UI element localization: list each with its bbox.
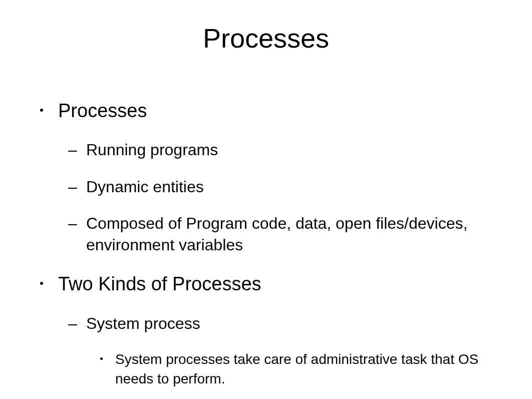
bullet-level2: Dynamic entities bbox=[68, 176, 502, 198]
bullet-text: System process bbox=[86, 314, 200, 332]
bullet-text: Composed of Program code, data, open fil… bbox=[86, 214, 467, 254]
bullet-text: Processes bbox=[58, 100, 147, 121]
bullet-level3: System processes take care of administra… bbox=[100, 349, 502, 388]
slide: Processes Processes Running programs Dyn… bbox=[0, 0, 532, 399]
bullet-level2: Running programs bbox=[68, 139, 502, 161]
bullet-text: System processes take care of administra… bbox=[115, 351, 478, 386]
bullet-level1: Two Kinds of Processes bbox=[40, 272, 502, 296]
slide-title: Processes bbox=[30, 23, 502, 54]
bullet-text: Dynamic entities bbox=[86, 178, 204, 196]
sublist: Running programs Dynamic entities Compos… bbox=[40, 139, 502, 256]
slide-content: Processes Running programs Dynamic entit… bbox=[30, 99, 502, 388]
bullet-level2: Composed of Program code, data, open fil… bbox=[68, 213, 502, 256]
sublist: System process System processes take car… bbox=[40, 313, 502, 389]
bullet-level1: Processes bbox=[40, 99, 502, 123]
bullet-level2: System process bbox=[68, 313, 502, 334]
bullet-text: Running programs bbox=[86, 141, 218, 159]
bullet-text: Two Kinds of Processes bbox=[58, 273, 261, 294]
